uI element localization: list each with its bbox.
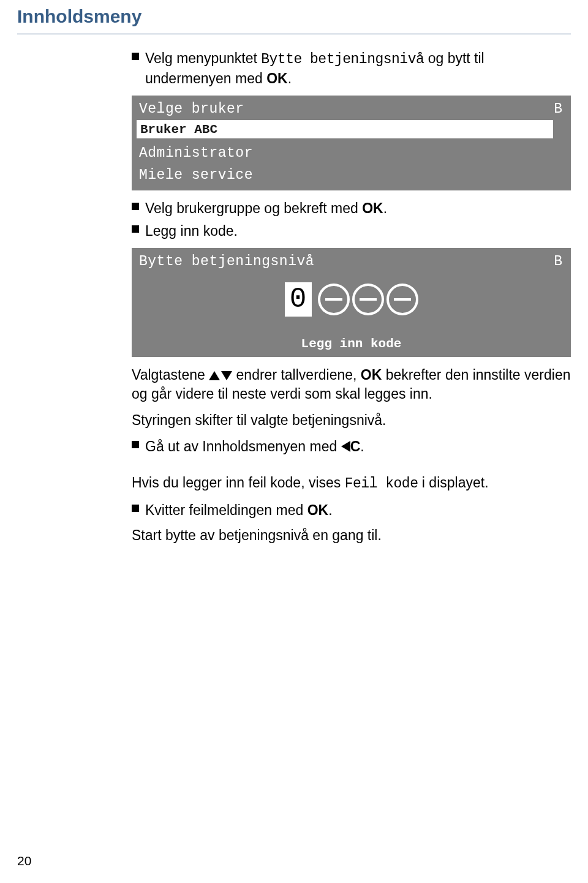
paragraph-start-bytte: Start bytte av betjeningsnivå en gang ti… [132,526,571,545]
step-4-text: Gå ut av Innholdsmenyen med C. [145,437,364,456]
page-number: 20 [17,854,31,868]
step-5-ok: OK [307,502,329,518]
p1b: endrer tallverdiene, [232,367,361,383]
code-placeholder-icon [318,284,350,315]
step-2: Velg brukergruppe og bekreft med OK. [132,199,571,218]
step-1-end: . [288,70,292,86]
step-1-pre: Velg menypunktet [145,50,261,66]
step-3: Legg inn kode. [132,222,571,241]
display2-code-row: 0 [132,282,571,317]
display1-selected-text: Bruker ABC [137,122,217,137]
bullet-icon [132,505,139,512]
step-5: Kvitter feilmeldingen med OK. [132,501,571,520]
step-3-text: Legg inn kode. [145,222,238,241]
display1-row3-text: Miele service [132,167,253,183]
display2-title: Bytte betjeningsnivå [132,254,314,269]
bullet-icon [132,53,139,60]
bullet-icon [132,441,139,448]
step-1-text: Velg menypunktet Bytte betjeningsnivå og… [145,49,571,88]
display1-selected-row: Bruker ABC [137,120,553,138]
display2-caption: Legg inn kode [132,337,571,351]
step-1-ok: OK [266,70,288,86]
step-2-text: Velg brukergruppe og bekreft med OK. [145,199,387,218]
code-placeholder-icon [386,284,418,315]
step-4-key: C [350,438,361,454]
step-1-menu: Bytte betjeningsnivå [261,51,424,67]
display1-title-row: Velge bruker B [132,98,571,120]
paragraph-valgtastene: Valgtastene endrer tallverdiene, OK bekr… [132,366,571,404]
p3a: Hvis du legger inn feil kode, vises [132,475,345,490]
title-rule [17,34,571,34]
step-2-end: . [383,200,387,216]
display1-row2-text: Administrator [132,145,253,161]
step-4-end: . [360,438,364,454]
display1-title: Velge bruker [132,101,244,117]
code-digit-box: 0 [285,282,312,317]
step-4: Gå ut av Innholdsmenyen med C. [132,437,571,456]
display-velge-bruker: Velge bruker B Bruker ABC Administrator … [132,96,571,190]
arrow-left-icon [341,441,350,452]
arrow-down-icon [221,371,232,380]
step-2-pre: Velg brukergruppe og bekreft med [145,200,362,216]
code-digit: 0 [290,284,307,315]
display1-row3: Miele service [132,164,253,186]
display2-marker: B [554,254,562,269]
display1-row2: Administrator [132,142,253,164]
step-1: Velg menypunktet Bytte betjeningsnivå og… [132,49,571,88]
display1-marker: B [554,101,562,117]
content-column: Velg menypunktet Bytte betjeningsnivå og… [132,49,571,553]
step-2-ok: OK [362,200,383,216]
paragraph-styringen: Styringen skifter til valgte betjeningsn… [132,411,571,430]
paragraph-feilkode: Hvis du legger inn feil kode, vises Feil… [132,473,571,494]
display-bytte-betjeningsniva: Bytte betjeningsnivå B 0 Legg inn kode [132,248,571,357]
p1-ok: OK [361,367,382,383]
p3-pixel: Feil kode [345,476,418,492]
p1a: Valgtastene [132,367,209,383]
step-5-pre: Kvitter feilmeldingen med [145,502,307,518]
bullet-icon [132,203,139,210]
section-title: Innholdsmeny [17,6,141,27]
arrow-up-icon [209,371,220,380]
p3b: i displayet. [418,475,488,490]
code-placeholder-icon [352,284,384,315]
display2-title-row: Bytte betjeningsnivå B [132,250,571,272]
step-4-pre: Gå ut av Innholdsmenyen med [145,438,341,454]
step-5-text: Kvitter feilmeldingen med OK. [145,501,333,520]
step-5-end: . [328,502,332,518]
bullet-icon [132,225,139,233]
